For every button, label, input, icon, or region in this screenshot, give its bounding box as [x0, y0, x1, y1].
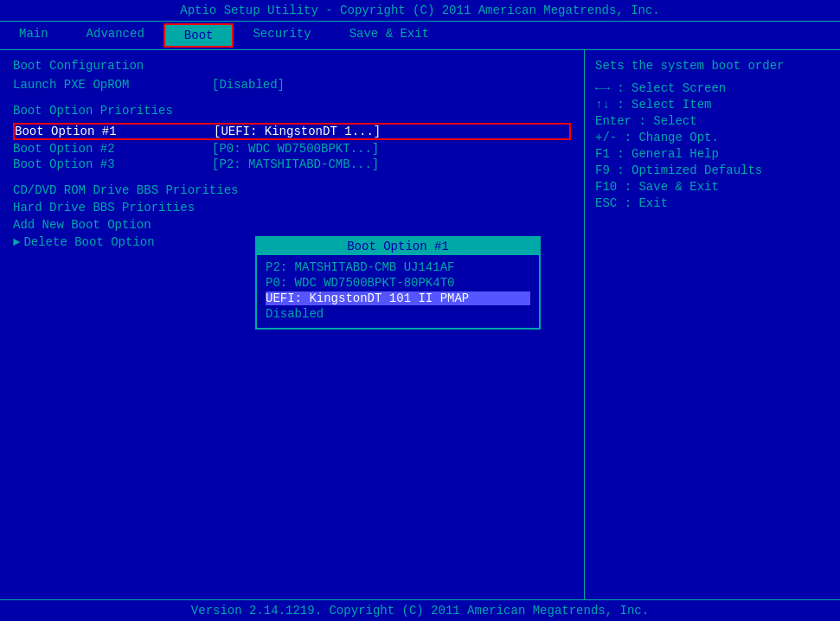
title-bar: Aptio Setup Utility - Copyright (C) 2011… [0, 0, 840, 21]
dropdown-option-1[interactable]: P2: MATSHITABD-CMB UJ141AF [266, 260, 530, 274]
menu-advanced[interactable]: Advanced [67, 23, 164, 48]
key-item-desc: : Select Item [617, 98, 711, 112]
key-row-f1: F1 : General Help [595, 147, 830, 161]
key-row-item: ↑↓ : Select Item [595, 98, 830, 112]
boot-option-dropdown: Boot Option #1 P2: MATSHITABD-CMB UJ141A… [255, 236, 541, 330]
right-panel: Sets the system boot order ←→ : Select S… [585, 50, 840, 599]
cd-dvd-priorities-link[interactable]: CD/DVD ROM Drive BBS Priorities [13, 183, 571, 197]
menu-boot[interactable]: Boot [164, 23, 234, 48]
boot-option-1-label: Boot Option #1 [15, 125, 214, 138]
arrow-icon: ► [13, 235, 20, 249]
key-row-f9: F9 : Optimized Defaults [595, 163, 830, 177]
key-help-section: ←→ : Select Screen ↑↓ : Select Item Ente… [595, 81, 830, 210]
key-f9-desc: : Optimized Defaults [617, 163, 762, 177]
boot-option-3-label: Boot Option #3 [13, 157, 212, 171]
key-esc-desc: : Exit [625, 196, 668, 210]
key-row-screen: ←→ : Select Screen [595, 81, 830, 95]
delete-boot-label: Delete Boot Option [23, 235, 154, 249]
key-f1-label: F1 [595, 147, 610, 161]
key-esc-label: ESC [595, 196, 617, 210]
boot-option-3-value: [P2: MATSHITABD-CMB...] [212, 157, 379, 171]
left-panel: Boot Configuration Launch PXE OpROM [Dis… [0, 50, 585, 599]
hdd-label: Hard Drive BBS Priorities [13, 201, 195, 214]
key-screen-label: ←→ [595, 81, 610, 95]
menu-bar: Main Advanced Boot Security Save & Exit [0, 21, 840, 50]
menu-save-exit[interactable]: Save & Exit [330, 23, 448, 48]
launch-pxe-label: Launch PXE OpROM [13, 78, 212, 92]
key-f1-desc: : General Help [617, 147, 719, 161]
key-change-label: +/- [595, 131, 617, 144]
launch-pxe-value: [Disabled] [212, 78, 285, 92]
main-content: Boot Configuration Launch PXE OpROM [Dis… [0, 50, 840, 599]
key-enter-desc: : Select [638, 114, 696, 128]
key-row-f10: F10 : Save & Exit [595, 180, 830, 194]
dropdown-option-2[interactable]: P0: WDC WD7500BPKT-80PK4T0 [266, 276, 530, 290]
key-row-enter: Enter : Select [595, 114, 830, 128]
boot-option-2-value: [P0: WDC WD7500BPKT...] [212, 142, 379, 156]
help-text: Sets the system boot order [595, 59, 830, 73]
hdd-priorities-link[interactable]: Hard Drive BBS Priorities [13, 201, 571, 214]
key-row-change: +/- : Change Opt. [595, 131, 830, 144]
footer: Version 2.14.1219. Copyright (C) 2011 Am… [0, 599, 840, 621]
boot-option-3-row[interactable]: Boot Option #3 [P2: MATSHITABD-CMB...] [13, 157, 571, 171]
launch-pxe-row[interactable]: Launch PXE OpROM [Disabled] [13, 78, 571, 92]
boot-priorities-title: Boot Option Priorities [13, 104, 571, 118]
menu-main[interactable]: Main [0, 23, 67, 48]
dropdown-option-4[interactable]: Disabled [266, 307, 530, 321]
menu-security[interactable]: Security [234, 23, 330, 48]
boot-option-2-row[interactable]: Boot Option #2 [P0: WDC WD7500BPKT...] [13, 142, 571, 156]
boot-config-title: Boot Configuration [13, 59, 571, 73]
key-row-esc: ESC : Exit [595, 196, 830, 210]
popup-title: Boot Option #1 [257, 238, 539, 255]
cd-dvd-label: CD/DVD ROM Drive BBS Priorities [13, 183, 238, 197]
key-enter-prefix: Enter [595, 114, 632, 128]
boot-option-1-row[interactable]: Boot Option #1 [UEFI: KingstonDT 1...] [13, 123, 571, 140]
key-change-desc: : Change Opt. [625, 131, 719, 144]
key-f10-label: F10 [595, 180, 617, 194]
add-new-boot-label: Add New Boot Option [13, 218, 151, 232]
dropdown-option-3[interactable]: UEFI: KingstonDT 101 II PMAP [266, 291, 530, 305]
key-screen-desc: : Select Screen [617, 81, 726, 95]
boot-option-1-value: [UEFI: KingstonDT 1...] [214, 125, 381, 138]
boot-option-2-label: Boot Option #2 [13, 142, 212, 156]
key-item-label: ↑↓ [595, 98, 610, 112]
popup-body: P2: MATSHITABD-CMB UJ141AF P0: WDC WD750… [257, 255, 539, 328]
key-f9-label: F9 [595, 163, 610, 177]
key-f10-desc: : Save & Exit [625, 180, 719, 194]
add-new-boot-link[interactable]: Add New Boot Option [13, 218, 571, 232]
